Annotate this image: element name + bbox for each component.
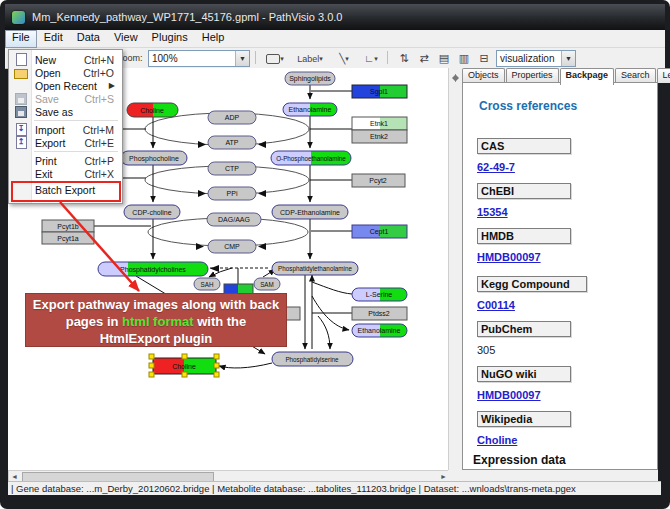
wikipedia-link[interactable]: Choline: [477, 434, 517, 446]
datanode-shape-tool[interactable]: ▾: [261, 50, 289, 67]
callout-highlight: html format: [122, 314, 194, 329]
label-tool-text: Label: [297, 54, 319, 64]
submenu-arrow-icon: ▶: [109, 81, 120, 90]
tab-search[interactable]: Search: [615, 68, 656, 83]
label-pcyt2: Pcyt2: [369, 177, 387, 185]
export-icon: ↥: [16, 136, 27, 149]
section-header-wikipedia: Wikipedia: [477, 411, 571, 427]
menu-edit[interactable]: Edit: [37, 30, 70, 47]
label-phosphatidylcholines: Phosphatidylcholines: [120, 266, 186, 274]
new-file-icon: [16, 53, 27, 66]
match-height-button[interactable]: ▤: [434, 50, 454, 67]
label-sgpl1: Sgpl1: [370, 88, 388, 96]
save-icon: [15, 93, 27, 105]
label-sphingolipids: Sphingolipids: [289, 75, 331, 83]
callout-line2: pages in html format with the: [26, 313, 286, 330]
label-dag-aag: DAG/AAG: [218, 216, 250, 223]
tab-legend[interactable]: Legend: [657, 68, 670, 83]
section-header-cas: CAS: [477, 138, 571, 154]
visualization-value: visualization: [497, 53, 561, 64]
batch-export-highlight-box: [11, 181, 121, 202]
chebi-link[interactable]: 15354: [477, 206, 508, 218]
align-center-y-button[interactable]: ⇄: [414, 50, 434, 67]
label-phosphatidylserine: Phosphatidylserine: [285, 356, 339, 364]
menu-data[interactable]: Data: [70, 30, 107, 47]
statusbar-gap: [448, 470, 658, 481]
zoom-combobox[interactable]: 100% ▼: [148, 50, 250, 67]
dropdown-arrow-icon[interactable]: ▼: [561, 51, 575, 66]
scroll-right-icon[interactable]: ►: [440, 473, 447, 480]
label-etnk1: Etnk1: [370, 120, 388, 127]
menu-file[interactable]: File: [5, 30, 37, 48]
section-header-kegg: Kegg Compound: [477, 276, 587, 292]
app-icon: [12, 11, 25, 24]
label-ptdss2: Ptdss2: [368, 310, 390, 317]
section-header-chebi: ChEBI: [477, 183, 571, 199]
label-adp: ADP: [225, 114, 240, 121]
align-center-y-icon: ⇄: [419, 52, 428, 65]
menu-item-open[interactable]: OpenCtrl+O: [10, 66, 120, 79]
visualization-combobox[interactable]: visualization ▼: [496, 50, 576, 67]
tab-objects[interactable]: Objects: [462, 68, 505, 83]
panel-tabs: Objects Properties Backpage Search Legen…: [462, 68, 670, 83]
title-bar[interactable]: Mm_Kennedy_pathway_WP1771_45176.gpml - P…: [5, 4, 665, 30]
cas-link[interactable]: 62-49-7: [477, 161, 515, 173]
tab-backpage[interactable]: Backpage: [560, 68, 615, 85]
line-tool[interactable]: ╲▾: [331, 50, 357, 67]
label-l-serine: L-Serine: [366, 291, 393, 298]
label-ethanolamine-2: Ethanolamine: [358, 327, 401, 334]
menu-item-save-as[interactable]: Save as: [10, 105, 120, 118]
menu-plugins[interactable]: Plugins: [145, 30, 195, 47]
menu-bar: File Edit Data View Plugins Help: [5, 30, 665, 48]
callout-line3: HtmlExport plugin: [26, 330, 286, 347]
label-etnk2: Etnk2: [370, 133, 388, 140]
connector-tool[interactable]: ∟▾: [357, 50, 385, 67]
label-pcyt1b: Pcyt1b: [57, 223, 79, 231]
menu-view[interactable]: View: [107, 30, 145, 47]
dropdown-arrow-icon[interactable]: ▼: [235, 51, 249, 66]
print-button[interactable]: ⊟: [474, 50, 494, 67]
tab-properties[interactable]: Properties: [506, 68, 559, 83]
datanode-icon: [266, 54, 280, 64]
backpage-panel[interactable]: Cross references CAS 62-49-7 ChEBI 15354…: [462, 82, 658, 470]
menu-help[interactable]: Help: [195, 30, 232, 47]
kegg-link[interactable]: C00114: [477, 299, 515, 311]
section-header-hmdb: HMDB: [477, 228, 571, 244]
menu-item-open-recent[interactable]: Open Recent▶: [10, 79, 120, 92]
label-sah: SAH: [201, 281, 214, 288]
menu-item-export[interactable]: ↥ ExportCtrl+E: [10, 136, 120, 149]
menu-item-new[interactable]: NewCtrl+N: [10, 53, 120, 66]
expression-data-heading: Expression data: [473, 453, 566, 467]
menu-item-import[interactable]: ↧ ImportCtrl+M: [10, 123, 120, 136]
menu-item-print[interactable]: PrintCtrl+P: [10, 154, 120, 167]
save-as-icon: [15, 106, 27, 118]
zoom-value: 100%: [149, 53, 235, 64]
pubchem-value: 305: [477, 344, 495, 356]
align-center-x-icon: ⇅: [399, 52, 408, 65]
hmdb-link[interactable]: HMDB00097: [477, 251, 541, 263]
label-phosphatidylethanolamine: Phosphatidylethanolamine: [278, 265, 352, 273]
import-icon: ↧: [16, 123, 27, 136]
file-menu-dropdown: NewCtrl+N OpenCtrl+O Open Recent▶ SaveCt…: [8, 49, 123, 204]
label-choline-selected: Choline: [172, 363, 196, 370]
label-ctp: CTP: [225, 165, 239, 172]
menu-item-save[interactable]: SaveCtrl+S: [10, 92, 120, 105]
window-title: Mm_Kennedy_pathway_WP1771_45176.gpml - P…: [32, 11, 342, 23]
label-phosphocholine: Phosphocholine: [129, 155, 179, 163]
dashed-arrowhead: [210, 265, 219, 272]
label-ethanolamine: Ethanolamine: [289, 106, 332, 113]
label-sam: SAM: [260, 281, 274, 288]
label-tool[interactable]: Label▾: [290, 50, 330, 67]
match-width-button[interactable]: ▥: [454, 50, 474, 67]
label-cept1: Cept1: [370, 228, 389, 236]
print-icon: ⊟: [479, 52, 488, 65]
callout-line1: Export pathway images along with back: [26, 296, 286, 313]
align-center-x-button[interactable]: ⇅: [394, 50, 414, 67]
menu-item-exit[interactable]: ExitCtrl+X: [10, 167, 120, 180]
label-o-phosphoethanolamine: O-Phosphoethanolamine: [276, 155, 346, 163]
label-cdp-ethanolamine: CDP-Ethanolamine: [280, 209, 340, 216]
nugo-link[interactable]: HMDB00097: [477, 389, 541, 401]
pathvisio-window: Mm_Kennedy_pathway_WP1771_45176.gpml - P…: [0, 0, 670, 509]
section-header-nugo: NuGO wiki: [477, 366, 571, 382]
scroll-left-icon[interactable]: ◄: [11, 473, 18, 480]
